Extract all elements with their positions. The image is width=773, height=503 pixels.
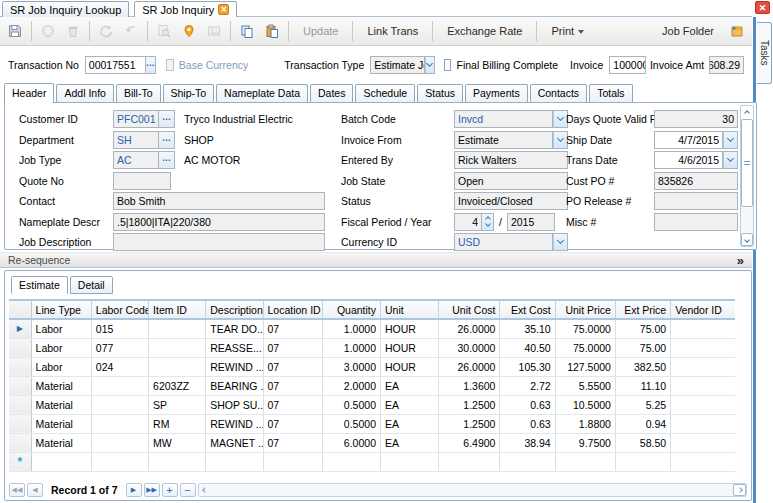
table-cell[interactable]: 2.72 (500, 376, 555, 395)
table-cell[interactable]: 0.63 (500, 414, 555, 433)
tab-status[interactable]: Status (417, 84, 463, 103)
transaction-no-input[interactable]: 00017551 (85, 56, 146, 74)
table-cell[interactable]: 6.4900 (439, 433, 500, 452)
customer-id-lookup-icon[interactable] (159, 110, 175, 128)
transaction-type-select[interactable]: Estimate Job (370, 56, 425, 74)
row-selector[interactable] (9, 433, 31, 452)
job-folder-note-icon[interactable] (726, 20, 748, 42)
scroll-right-icon[interactable] (733, 484, 746, 496)
scroll-down-icon[interactable] (741, 233, 753, 246)
table-cell[interactable]: 1.3600 (439, 376, 500, 395)
table-cell[interactable]: 1.2500 (439, 395, 500, 414)
fiscal-period-input[interactable]: 4 (454, 213, 482, 231)
new-row-asterisk-icon[interactable]: * (9, 452, 31, 471)
column-header[interactable]: Unit (380, 300, 438, 319)
table-cell[interactable]: 1.0000 (322, 338, 380, 357)
table-cell[interactable]: 07 (263, 376, 322, 395)
table-cell[interactable]: 382.50 (615, 357, 670, 376)
table-cell[interactable]: 11.10 (615, 376, 670, 395)
table-cell[interactable]: 024 (91, 357, 148, 376)
column-header[interactable]: Quantity (322, 300, 380, 319)
table-cell[interactable] (671, 376, 735, 395)
table-cell[interactable]: Material (31, 376, 91, 395)
resequence-bar[interactable]: Re-sequence » (0, 252, 752, 268)
table-cell[interactable] (671, 414, 735, 433)
trans-date-input[interactable]: 4/6/2015 (654, 151, 723, 169)
current-row-arrow-icon[interactable]: ▶ (9, 319, 31, 338)
tab-ship-to[interactable]: Ship-To (163, 84, 215, 103)
table-cell[interactable]: 38.94 (500, 433, 555, 452)
table-cell[interactable]: 6203ZZ (149, 376, 206, 395)
cust-po-input[interactable]: 835826 (654, 172, 738, 190)
table-cell[interactable]: EA (380, 433, 438, 452)
table-cell[interactable]: RM (149, 414, 206, 433)
table-cell[interactable]: 5.25 (615, 395, 670, 414)
transaction-no-lookup-icon[interactable] (146, 56, 156, 74)
table-cell[interactable]: Material (31, 433, 91, 452)
table-cell[interactable] (206, 452, 263, 471)
search-icon[interactable] (153, 20, 175, 42)
fiscal-year-input[interactable]: 2015 (507, 213, 555, 231)
quote-no-input[interactable] (113, 172, 171, 190)
close-window-icon[interactable]: ✕ (755, 1, 770, 14)
table-cell[interactable]: Labor (31, 319, 91, 338)
tab-schedule[interactable]: Schedule (355, 84, 415, 103)
tab-contacts[interactable]: Contacts (530, 84, 587, 103)
table-cell[interactable]: 07 (263, 319, 322, 338)
update-button[interactable]: Update (294, 20, 347, 42)
tab-addl-info[interactable]: Addl Info (56, 84, 113, 103)
table-cell[interactable]: Material (31, 395, 91, 414)
table-cell[interactable]: 40.50 (500, 338, 555, 357)
tab-nameplate-data[interactable]: Nameplate Data (216, 84, 308, 103)
header-scrollbar[interactable] (740, 105, 754, 247)
transaction-type-dropdown-icon[interactable] (425, 56, 435, 74)
table-cell[interactable]: 105.30 (500, 357, 555, 376)
tab-detail[interactable]: Detail (70, 276, 113, 294)
column-header[interactable]: Item ID (149, 300, 206, 319)
table-row[interactable]: MaterialMWMAGNET ...076.0000EA6.490038.9… (9, 433, 735, 452)
tab-bill-to[interactable]: Bill-To (116, 84, 161, 103)
table-cell[interactable]: 75.0000 (555, 338, 615, 357)
table-cell[interactable]: HOUR (380, 357, 438, 376)
table-cell[interactable]: 1.8800 (555, 414, 615, 433)
table-cell[interactable] (91, 414, 148, 433)
exchange-rate-button[interactable]: Exchange Rate (438, 20, 531, 42)
table-cell[interactable] (671, 357, 735, 376)
table-cell[interactable]: TEAR DO... (206, 319, 263, 338)
column-header[interactable]: Unit Price (555, 300, 615, 319)
table-cell[interactable]: 35.10 (500, 319, 555, 338)
base-currency-checkbox[interactable] (166, 59, 174, 71)
table-cell[interactable] (91, 452, 148, 471)
row-indicator-header[interactable] (9, 300, 31, 319)
ship-date-dropdown-icon[interactable] (723, 131, 738, 149)
column-header[interactable]: Unit Cost (439, 300, 500, 319)
table-cell[interactable]: Material (31, 414, 91, 433)
table-cell[interactable]: 5.5500 (555, 376, 615, 395)
table-cell[interactable] (671, 338, 735, 357)
table-cell[interactable]: 077 (91, 338, 148, 357)
scrollbar-thumb[interactable] (741, 119, 753, 207)
paste-icon[interactable] (261, 20, 283, 42)
column-header[interactable]: Ext Cost (500, 300, 555, 319)
table-cell[interactable]: REASSE... (206, 338, 263, 357)
table-cell[interactable]: 07 (263, 357, 322, 376)
trans-date-dropdown-icon[interactable] (723, 151, 738, 169)
table-cell[interactable]: 10.5000 (555, 395, 615, 414)
table-cell[interactable] (615, 452, 670, 471)
table-cell[interactable] (149, 338, 206, 357)
table-cell[interactable]: MAGNET ... (206, 433, 263, 452)
currency-id-dropdown-icon[interactable] (553, 233, 568, 251)
table-cell[interactable]: 75.00 (615, 319, 670, 338)
invoice-from-select[interactable]: Estimate (454, 131, 553, 149)
table-cell[interactable] (555, 452, 615, 471)
row-selector[interactable] (9, 414, 31, 433)
tasks-side-tab[interactable]: Tasks (757, 22, 772, 84)
tab-estimate[interactable]: Estimate (11, 276, 68, 294)
final-billing-checkbox[interactable] (444, 59, 452, 71)
table-cell[interactable] (91, 376, 148, 395)
table-cell[interactable]: REWIND ... (206, 414, 263, 433)
table-cell[interactable]: 26.0000 (439, 319, 500, 338)
table-row[interactable]: Labor024REWIND ...073.0000HOUR26.0000105… (9, 357, 735, 376)
table-cell[interactable]: EA (380, 414, 438, 433)
job-folder-button[interactable]: Job Folder (653, 20, 723, 42)
